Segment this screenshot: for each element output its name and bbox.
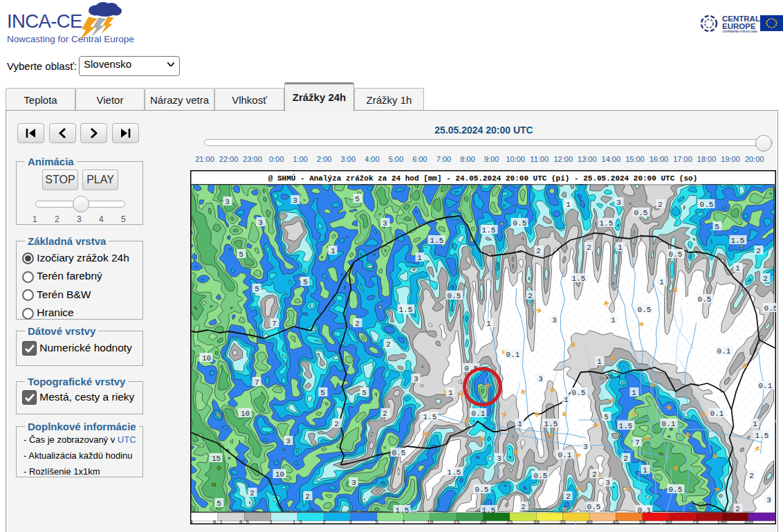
svg-text:1.5: 1.5 — [448, 468, 461, 477]
svg-text:0.5: 0.5 — [448, 292, 461, 300]
svg-text:2: 2 — [521, 503, 526, 511]
svg-text:50: 50 — [639, 519, 646, 524]
svg-text:0.5: 0.5 — [700, 201, 714, 209]
svg-text:1: 1 — [566, 201, 571, 209]
svg-text:1: 1 — [643, 466, 647, 475]
svg-text:100: 100 — [717, 519, 728, 524]
svg-text:0.5: 0.5 — [572, 389, 586, 397]
svg-text:1: 1 — [753, 420, 757, 428]
svg-text:0.5: 0.5 — [638, 306, 652, 314]
svg-text:1.5: 1.5 — [544, 420, 558, 428]
svg-text:0.5: 0.5 — [698, 295, 712, 304]
svg-text:0.5: 0.5 — [475, 486, 489, 494]
svg-text:20: 20 — [480, 519, 487, 524]
svg-text:2: 2 — [587, 244, 591, 252]
svg-text:3: 3 — [225, 198, 230, 206]
svg-text:1: 1 — [597, 358, 602, 366]
svg-text:2: 2 — [763, 275, 768, 283]
svg-text:3: 3 — [583, 443, 588, 451]
svg-text:3: 3 — [605, 479, 610, 487]
svg-text:60: 60 — [665, 519, 672, 524]
svg-text:2: 2 — [250, 489, 255, 497]
svg-text:0: 0 — [190, 519, 193, 524]
svg-text:0.5: 0.5 — [634, 209, 648, 217]
svg-text:0.1: 0.1 — [710, 410, 724, 418]
svg-text:3: 3 — [766, 496, 771, 504]
svg-text:3: 3 — [538, 375, 543, 383]
svg-text:EUROPE: EUROPE — [722, 22, 756, 30]
svg-text:1: 1 — [331, 247, 335, 255]
svg-text:1.5: 1.5 — [572, 275, 586, 283]
svg-text:2: 2 — [735, 505, 740, 513]
svg-text:1: 1 — [417, 254, 422, 262]
svg-text:0.5: 0.5 — [392, 449, 406, 457]
svg-text:7: 7 — [255, 378, 259, 387]
svg-text:2: 2 — [355, 320, 360, 328]
svg-text:10: 10 — [275, 470, 284, 479]
svg-text:3: 3 — [293, 196, 297, 205]
svg-text:10: 10 — [427, 519, 434, 524]
svg-text:3: 3 — [258, 219, 263, 227]
svg-text:5: 5 — [217, 499, 221, 508]
svg-text:1: 1 — [735, 264, 740, 273]
svg-text:0.1: 0.1 — [759, 382, 773, 390]
svg-text:15: 15 — [212, 455, 221, 463]
svg-text:3: 3 — [414, 375, 418, 383]
svg-text:0.5: 0.5 — [669, 486, 683, 494]
svg-text:1.5: 1.5 — [293, 519, 303, 524]
svg-text:1: 1 — [448, 389, 453, 397]
svg-text:1: 1 — [632, 389, 636, 397]
svg-text:5: 5 — [376, 519, 379, 524]
svg-text:0.5: 0.5 — [587, 503, 601, 511]
svg-text:25: 25 — [506, 519, 513, 524]
svg-text:5: 5 — [255, 285, 259, 293]
svg-text:1: 1 — [486, 320, 491, 328]
svg-text:15: 15 — [453, 519, 460, 524]
svg-text:COOPERATING FOR SUCCESS: COOPERATING FOR SUCCESS — [722, 30, 757, 33]
svg-text:2: 2 — [749, 472, 754, 480]
svg-text:3: 3 — [497, 455, 501, 463]
svg-text:2: 2 — [383, 410, 387, 418]
svg-text:300: 300 — [744, 519, 754, 524]
svg-text:5: 5 — [320, 389, 325, 397]
svg-text:35: 35 — [560, 519, 566, 524]
svg-text:0.1: 0.1 — [662, 420, 676, 428]
svg-text:2: 2 — [658, 201, 663, 209]
svg-text:0.1: 0.1 — [213, 519, 223, 524]
svg-text:1.5: 1.5 — [423, 413, 437, 421]
svg-text:5: 5 — [362, 389, 367, 397]
svg-text:2: 2 — [592, 470, 597, 479]
svg-text:3: 3 — [349, 519, 352, 524]
svg-text:3: 3 — [383, 219, 387, 228]
svg-text:1.5: 1.5 — [399, 306, 413, 314]
svg-text:2: 2 — [334, 420, 339, 428]
svg-text:1.5: 1.5 — [600, 219, 614, 228]
svg-text:10: 10 — [202, 354, 211, 363]
svg-text:2: 2 — [623, 455, 628, 463]
svg-text:5: 5 — [604, 413, 609, 421]
svg-text:3: 3 — [552, 316, 557, 324]
svg-text:5: 5 — [355, 195, 360, 203]
svg-text:1.5: 1.5 — [731, 237, 745, 245]
svg-text:1: 1 — [517, 420, 522, 428]
svg-text:5: 5 — [239, 250, 243, 259]
svg-text:2: 2 — [536, 247, 541, 255]
svg-text:0.5: 0.5 — [239, 519, 250, 524]
svg-text:2: 2 — [305, 493, 310, 501]
svg-text:0.5: 0.5 — [669, 250, 683, 259]
svg-text:2: 2 — [386, 340, 391, 349]
svg-text:5: 5 — [715, 223, 719, 231]
svg-text:3: 3 — [351, 479, 356, 487]
svg-text:1: 1 — [618, 244, 623, 252]
svg-text:40: 40 — [586, 519, 593, 524]
svg-text:2: 2 — [566, 493, 571, 501]
svg-text:0.5: 0.5 — [534, 472, 548, 480]
svg-text:7: 7 — [635, 439, 640, 447]
svg-text:45: 45 — [612, 519, 619, 524]
svg-text:1.5: 1.5 — [755, 432, 769, 440]
svg-text:0.1: 0.1 — [558, 451, 572, 459]
svg-text:1: 1 — [659, 278, 664, 286]
svg-text:20.4: 20.4 — [606, 374, 621, 380]
svg-text:30: 30 — [533, 519, 540, 524]
svg-text:2: 2 — [756, 247, 761, 255]
